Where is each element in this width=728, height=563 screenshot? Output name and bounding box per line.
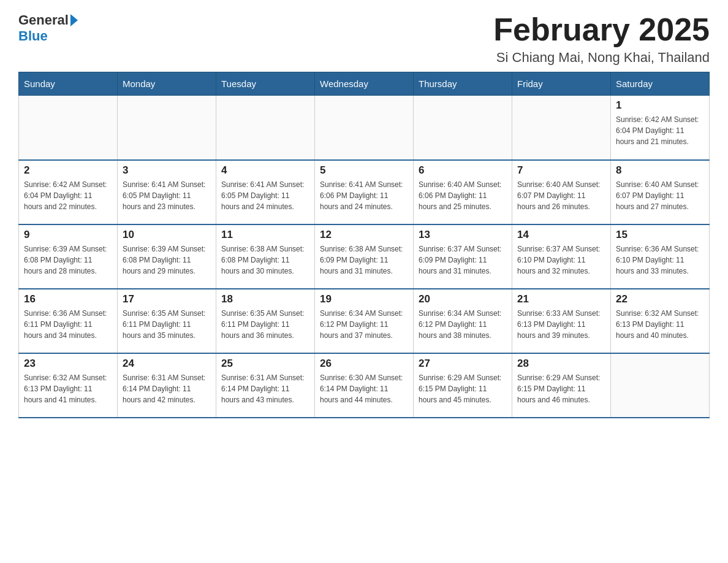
day-of-week-header: Saturday: [611, 72, 710, 96]
calendar-day-cell: 14Sunrise: 6:37 AM Sunset: 6:10 PM Dayli…: [512, 224, 611, 289]
calendar-day-cell: [118, 96, 216, 160]
day-number: 9: [24, 229, 112, 241]
day-number: 6: [419, 164, 507, 177]
day-info: Sunrise: 6:29 AM Sunset: 6:15 PM Dayligh…: [517, 372, 605, 405]
day-info: Sunrise: 6:38 AM Sunset: 6:09 PM Dayligh…: [320, 243, 408, 277]
calendar-day-cell: 25Sunrise: 6:31 AM Sunset: 6:14 PM Dayli…: [216, 353, 315, 418]
calendar-day-cell: 19Sunrise: 6:34 AM Sunset: 6:12 PM Dayli…: [315, 289, 414, 353]
day-of-week-header: Friday: [512, 72, 611, 96]
page-header: General Blue February 2025 Si Chiang Mai…: [18, 12, 710, 66]
day-number: 12: [320, 229, 408, 241]
day-info: Sunrise: 6:37 AM Sunset: 6:09 PM Dayligh…: [419, 243, 507, 277]
calendar-header-row: SundayMondayTuesdayWednesdayThursdayFrid…: [19, 72, 710, 96]
day-number: 7: [517, 164, 605, 177]
logo-blue-text: Blue: [18, 28, 48, 44]
calendar-day-cell: 6Sunrise: 6:40 AM Sunset: 6:06 PM Daylig…: [414, 160, 512, 224]
day-number: 19: [320, 293, 408, 305]
day-info: Sunrise: 6:42 AM Sunset: 6:04 PM Dayligh…: [616, 114, 704, 147]
title-section: February 2025 Si Chiang Mai, Nong Khai, …: [493, 12, 710, 66]
day-info: Sunrise: 6:36 AM Sunset: 6:10 PM Dayligh…: [616, 243, 704, 277]
calendar-day-cell: 20Sunrise: 6:34 AM Sunset: 6:12 PM Dayli…: [414, 289, 512, 353]
day-info: Sunrise: 6:40 AM Sunset: 6:06 PM Dayligh…: [419, 179, 507, 212]
day-info: Sunrise: 6:31 AM Sunset: 6:14 PM Dayligh…: [123, 372, 211, 405]
day-number: 5: [320, 164, 408, 177]
day-info: Sunrise: 6:32 AM Sunset: 6:13 PM Dayligh…: [24, 372, 112, 405]
calendar-day-cell: [315, 96, 414, 160]
day-info: Sunrise: 6:39 AM Sunset: 6:08 PM Dayligh…: [24, 243, 112, 277]
calendar-day-cell: 10Sunrise: 6:39 AM Sunset: 6:08 PM Dayli…: [118, 224, 216, 289]
day-number: 16: [24, 293, 112, 305]
day-info: Sunrise: 6:32 AM Sunset: 6:13 PM Dayligh…: [616, 308, 704, 341]
day-number: 13: [419, 229, 507, 241]
calendar-day-cell: 15Sunrise: 6:36 AM Sunset: 6:10 PM Dayli…: [611, 224, 710, 289]
day-number: 10: [123, 229, 211, 241]
calendar-table: SundayMondayTuesdayWednesdayThursdayFrid…: [18, 72, 710, 418]
calendar-day-cell: 18Sunrise: 6:35 AM Sunset: 6:11 PM Dayli…: [216, 289, 315, 353]
day-number: 4: [221, 164, 309, 177]
day-of-week-header: Tuesday: [216, 72, 315, 96]
calendar-day-cell: 4Sunrise: 6:41 AM Sunset: 6:05 PM Daylig…: [216, 160, 315, 224]
calendar-week-row: 1Sunrise: 6:42 AM Sunset: 6:04 PM Daylig…: [19, 96, 710, 160]
logo-arrow-icon: [70, 14, 78, 26]
day-number: 2: [24, 164, 112, 177]
day-of-week-header: Wednesday: [315, 72, 414, 96]
day-number: 28: [517, 358, 605, 370]
calendar-day-cell: [19, 96, 118, 160]
logo: General Blue: [18, 12, 78, 44]
day-of-week-header: Monday: [118, 72, 216, 96]
day-number: 27: [419, 358, 507, 370]
day-number: 18: [221, 293, 309, 305]
calendar-day-cell: 22Sunrise: 6:32 AM Sunset: 6:13 PM Dayli…: [611, 289, 710, 353]
day-info: Sunrise: 6:33 AM Sunset: 6:13 PM Dayligh…: [517, 308, 605, 341]
calendar-day-cell: 13Sunrise: 6:37 AM Sunset: 6:09 PM Dayli…: [414, 224, 512, 289]
day-number: 15: [616, 229, 704, 241]
location-title: Si Chiang Mai, Nong Khai, Thailand: [493, 50, 710, 66]
day-number: 24: [123, 358, 211, 370]
day-info: Sunrise: 6:38 AM Sunset: 6:08 PM Dayligh…: [221, 243, 309, 277]
day-number: 11: [221, 229, 309, 241]
calendar-week-row: 23Sunrise: 6:32 AM Sunset: 6:13 PM Dayli…: [19, 353, 710, 418]
calendar-week-row: 2Sunrise: 6:42 AM Sunset: 6:04 PM Daylig…: [19, 160, 710, 224]
day-info: Sunrise: 6:30 AM Sunset: 6:14 PM Dayligh…: [320, 372, 408, 405]
day-number: 26: [320, 358, 408, 370]
calendar-day-cell: 2Sunrise: 6:42 AM Sunset: 6:04 PM Daylig…: [19, 160, 118, 224]
day-number: 23: [24, 358, 112, 370]
calendar-day-cell: 3Sunrise: 6:41 AM Sunset: 6:05 PM Daylig…: [118, 160, 216, 224]
calendar-day-cell: 28Sunrise: 6:29 AM Sunset: 6:15 PM Dayli…: [512, 353, 611, 418]
day-info: Sunrise: 6:40 AM Sunset: 6:07 PM Dayligh…: [616, 179, 704, 212]
day-info: Sunrise: 6:37 AM Sunset: 6:10 PM Dayligh…: [517, 243, 605, 277]
calendar-day-cell: 9Sunrise: 6:39 AM Sunset: 6:08 PM Daylig…: [19, 224, 118, 289]
day-of-week-header: Thursday: [414, 72, 512, 96]
calendar-day-cell: 7Sunrise: 6:40 AM Sunset: 6:07 PM Daylig…: [512, 160, 611, 224]
day-number: 21: [517, 293, 605, 305]
calendar-day-cell: 12Sunrise: 6:38 AM Sunset: 6:09 PM Dayli…: [315, 224, 414, 289]
day-number: 20: [419, 293, 507, 305]
day-number: 3: [123, 164, 211, 177]
calendar-day-cell: 21Sunrise: 6:33 AM Sunset: 6:13 PM Dayli…: [512, 289, 611, 353]
day-info: Sunrise: 6:41 AM Sunset: 6:05 PM Dayligh…: [221, 179, 309, 212]
calendar-day-cell: 16Sunrise: 6:36 AM Sunset: 6:11 PM Dayli…: [19, 289, 118, 353]
day-info: Sunrise: 6:41 AM Sunset: 6:05 PM Dayligh…: [123, 179, 211, 212]
calendar-day-cell: [414, 96, 512, 160]
calendar-day-cell: 23Sunrise: 6:32 AM Sunset: 6:13 PM Dayli…: [19, 353, 118, 418]
day-number: 1: [616, 99, 704, 112]
calendar-day-cell: [512, 96, 611, 160]
day-number: 14: [517, 229, 605, 241]
day-info: Sunrise: 6:40 AM Sunset: 6:07 PM Dayligh…: [517, 179, 605, 212]
calendar-day-cell: 8Sunrise: 6:40 AM Sunset: 6:07 PM Daylig…: [611, 160, 710, 224]
month-title: February 2025: [493, 12, 710, 47]
calendar-day-cell: 26Sunrise: 6:30 AM Sunset: 6:14 PM Dayli…: [315, 353, 414, 418]
calendar-week-row: 9Sunrise: 6:39 AM Sunset: 6:08 PM Daylig…: [19, 224, 710, 289]
day-info: Sunrise: 6:36 AM Sunset: 6:11 PM Dayligh…: [24, 308, 112, 341]
day-info: Sunrise: 6:41 AM Sunset: 6:06 PM Dayligh…: [320, 179, 408, 212]
day-number: 25: [221, 358, 309, 370]
day-info: Sunrise: 6:39 AM Sunset: 6:08 PM Dayligh…: [123, 243, 211, 277]
day-info: Sunrise: 6:31 AM Sunset: 6:14 PM Dayligh…: [221, 372, 309, 405]
day-number: 22: [616, 293, 704, 305]
calendar-day-cell: 11Sunrise: 6:38 AM Sunset: 6:08 PM Dayli…: [216, 224, 315, 289]
day-info: Sunrise: 6:34 AM Sunset: 6:12 PM Dayligh…: [320, 308, 408, 341]
calendar-day-cell: 1Sunrise: 6:42 AM Sunset: 6:04 PM Daylig…: [611, 96, 710, 160]
calendar-day-cell: 5Sunrise: 6:41 AM Sunset: 6:06 PM Daylig…: [315, 160, 414, 224]
day-of-week-header: Sunday: [19, 72, 118, 96]
day-info: Sunrise: 6:34 AM Sunset: 6:12 PM Dayligh…: [419, 308, 507, 341]
